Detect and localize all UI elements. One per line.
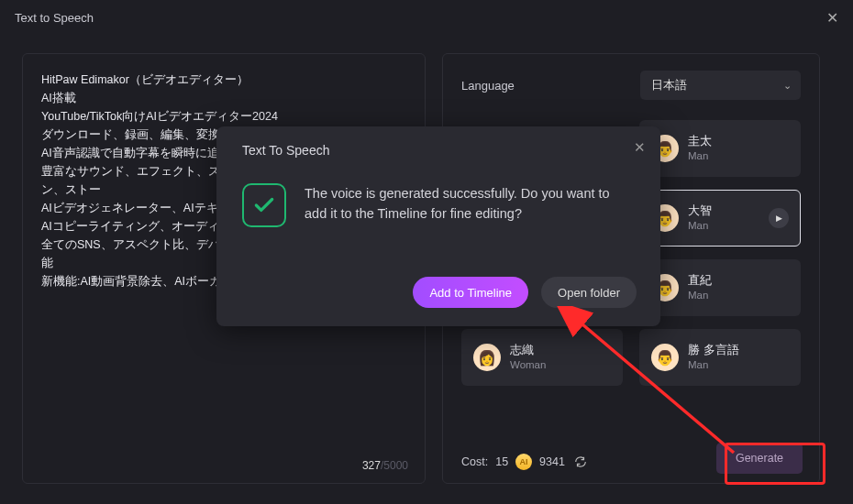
success-dialog: Text To Speech ✕ The voice is generated … — [216, 126, 660, 326]
language-label: Language — [461, 79, 515, 93]
open-folder-button[interactable]: Open folder — [541, 277, 637, 308]
window-title: Text to Speech — [15, 11, 94, 25]
voice-gender: Man — [688, 357, 739, 372]
voice-avatar: 👨 — [651, 344, 679, 371]
voice-card-selected[interactable]: 👨 大智 Man ▶ — [639, 190, 801, 247]
voice-name: 直紀 — [688, 273, 712, 288]
cost-value: 15 — [495, 455, 508, 468]
success-check-icon — [242, 183, 286, 227]
cost-row: Cost: 15 AI 9341 — [461, 454, 589, 470]
voice-name: 大智 — [688, 203, 712, 218]
voice-avatar: 👩 — [473, 344, 501, 371]
dialog-title: Text To Speech — [242, 143, 635, 158]
voice-card[interactable]: 👨 直紀 Man — [639, 259, 801, 316]
voice-gender: Woman — [510, 357, 546, 372]
voice-gender: Man — [688, 218, 712, 233]
generate-button[interactable]: Generate — [716, 443, 803, 474]
refresh-icon[interactable] — [572, 454, 589, 470]
cost-label: Cost: — [461, 455, 488, 468]
voice-card[interactable]: 👩 志織 Woman — [461, 329, 623, 386]
dialog-message: The voice is generated successfully. Do … — [305, 183, 635, 224]
voice-name: 圭太 — [688, 134, 712, 148]
char-counter: 327/5000 — [362, 459, 408, 472]
voice-gender: Man — [688, 288, 712, 302]
voice-gender: Man — [688, 148, 712, 163]
close-icon[interactable]: ✕ — [826, 9, 838, 27]
voice-card[interactable]: 👨 勝 多言語 Man — [639, 329, 801, 386]
chevron-down-icon: ⌄ — [783, 80, 792, 92]
char-max: /5000 — [381, 459, 408, 472]
coin-icon: AI — [515, 454, 532, 470]
language-value: 日本語 — [651, 77, 687, 93]
language-dropdown[interactable]: 日本語 ⌄ — [640, 71, 801, 100]
balance-value: 9341 — [539, 455, 565, 468]
play-icon[interactable]: ▶ — [769, 208, 789, 228]
voice-name: 志織 — [510, 343, 546, 357]
char-used: 327 — [362, 459, 381, 472]
add-to-timeline-button[interactable]: Add to Timeline — [413, 277, 528, 308]
voice-name: 勝 多言語 — [688, 343, 739, 357]
voice-card[interactable]: 👨 圭太 Man — [639, 120, 801, 177]
dialog-close-icon[interactable]: ✕ — [634, 139, 646, 156]
